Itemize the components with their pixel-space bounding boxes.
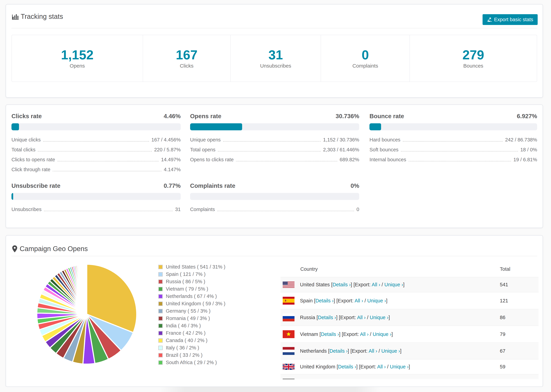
legend-swatch bbox=[158, 280, 163, 284]
rate-title: Complaints rate bbox=[190, 182, 235, 189]
details-link[interactable]: Details › bbox=[318, 315, 336, 320]
details-link[interactable]: Details › bbox=[321, 331, 339, 337]
details-link[interactable]: Details › bbox=[338, 364, 356, 369]
rate-row-value: 689.82% bbox=[340, 157, 359, 162]
export-all-link[interactable]: All › bbox=[377, 364, 386, 369]
export-unique-link[interactable]: Unique › bbox=[384, 282, 403, 287]
export-basic-stats-button[interactable]: Export basic stats bbox=[483, 14, 538, 25]
rate-row: Internal bounces19 / 6.81% bbox=[369, 155, 537, 165]
table-row-gb: United Kingdom [Details ›] [Export: All … bbox=[281, 359, 538, 374]
legend-label: United Kingdom ( 59 / 3% ) bbox=[166, 301, 225, 307]
legend-item: Germany ( 55 / 3% ) bbox=[158, 307, 225, 315]
summary-stats-row: 1,152Opens167Clicks31Unsubscribes0Compla… bbox=[11, 35, 537, 82]
legend-item: Vietnam ( 79 / 5% ) bbox=[158, 285, 225, 293]
legend-item: Romania ( 49 / 3% ) bbox=[158, 315, 225, 322]
bottom-fade-overlay bbox=[6, 378, 543, 386]
rate-value: 4.46% bbox=[164, 113, 181, 119]
legend-label: Italy ( 36 / 2% ) bbox=[166, 345, 199, 351]
tracking-stats-title: Tracking stats bbox=[21, 13, 63, 20]
rate-row-value: 4.147% bbox=[164, 167, 181, 172]
legend-label: Romania ( 49 / 3% ) bbox=[166, 315, 210, 321]
details-link[interactable]: Details › bbox=[332, 282, 351, 287]
legend-swatch bbox=[158, 301, 163, 306]
export-all-link[interactable]: All › bbox=[372, 282, 380, 287]
country-links: United Kingdom [Details ›] [Export: All … bbox=[300, 364, 410, 370]
export-icon bbox=[487, 17, 493, 22]
rate-row-label: Unsubscribes bbox=[11, 207, 42, 212]
export-all-link[interactable]: All › bbox=[360, 331, 369, 337]
export-unique-link[interactable]: Unique › bbox=[390, 364, 409, 369]
export-unique-link[interactable]: Unique › bbox=[381, 348, 400, 354]
rate-progress-fill bbox=[11, 123, 19, 130]
geo-table: Country Total United States [Details ›] … bbox=[281, 265, 538, 387]
export-all-link[interactable]: All › bbox=[357, 315, 366, 320]
horizontal-scrollbar-thumb[interactable] bbox=[0, 387, 551, 392]
geo-pie-chart bbox=[36, 264, 137, 365]
table-row-es: Spain [Details ›] [Export: All › / Uniqu… bbox=[281, 292, 538, 309]
rate-row-label: Opens to clicks rate bbox=[190, 157, 234, 162]
legend-label: France ( 42 / 2% ) bbox=[166, 330, 205, 336]
export-all-link[interactable]: All › bbox=[354, 298, 363, 303]
rate-value: 6.927% bbox=[517, 113, 537, 119]
legend-swatch bbox=[158, 309, 163, 313]
rate-section-complaints-rate: Complaints rate0%Complaints0 bbox=[190, 175, 359, 214]
rate-progress-track bbox=[369, 123, 537, 130]
dotted-leader bbox=[57, 161, 159, 161]
stat-box-bounces: 279Bounces bbox=[410, 35, 537, 82]
details-link[interactable]: Details › bbox=[330, 348, 348, 354]
country-name: Vietnam bbox=[300, 331, 318, 337]
dotted-leader bbox=[401, 151, 518, 152]
rates-card: Clicks rate4.46%Unique clicks167 / 4.456… bbox=[6, 105, 543, 228]
rate-section-bounce-rate: Bounce rate6.927%Hard bounces242 / 86.73… bbox=[369, 105, 537, 175]
dotted-leader bbox=[409, 161, 511, 161]
gb-flag-icon bbox=[283, 364, 295, 370]
nl-flag-icon bbox=[283, 347, 295, 355]
rate-row: Total clicks220 / 5.87% bbox=[11, 145, 181, 155]
geo-header: Campaign Geo Opens bbox=[6, 236, 543, 256]
rate-section-clicks-rate: Clicks rate4.46%Unique clicks167 / 4.456… bbox=[11, 105, 181, 175]
legend-swatch bbox=[158, 331, 163, 335]
legend-label: United States ( 541 / 31% ) bbox=[166, 264, 225, 270]
geo-title: Campaign Geo Opens bbox=[20, 245, 88, 253]
rate-row: Unsubscribes31 bbox=[11, 204, 181, 214]
rate-row-value: 1,152 / 30.736% bbox=[323, 137, 359, 143]
rate-row: Click through rate4.147% bbox=[11, 165, 181, 175]
dotted-leader bbox=[38, 151, 152, 152]
export-unique-link[interactable]: Unique › bbox=[370, 315, 389, 320]
es-flag-icon bbox=[283, 297, 295, 305]
legend-label: India ( 46 / 3% ) bbox=[166, 323, 201, 329]
rate-row-label: Soft bounces bbox=[369, 147, 398, 153]
total-value: 86 bbox=[500, 315, 538, 320]
column-header-total: Total bbox=[500, 266, 538, 272]
details-link[interactable]: Details › bbox=[315, 298, 333, 303]
rate-row-label: Click through rate bbox=[11, 167, 50, 172]
country-name: Spain bbox=[300, 298, 313, 303]
table-row-nl: Netherlands [Details ›] [Export: All › /… bbox=[281, 343, 538, 359]
legend-item: Russia ( 86 / 5% ) bbox=[158, 278, 225, 285]
export-unique-link[interactable]: Unique › bbox=[373, 331, 391, 337]
rate-row: Total opens2,303 / 61.446% bbox=[190, 145, 359, 155]
export-unique-link[interactable]: Unique › bbox=[367, 298, 386, 303]
legend-swatch bbox=[158, 324, 163, 328]
legend-swatch bbox=[158, 272, 163, 277]
dotted-leader bbox=[223, 141, 321, 142]
rate-progress-track bbox=[11, 193, 181, 200]
legend-label: Brazil ( 33 / 2% ) bbox=[166, 352, 202, 358]
country-name: Netherlands bbox=[300, 348, 327, 354]
rate-row: Unique opens1,152 / 30.736% bbox=[190, 135, 359, 145]
rate-row: Complaints0 bbox=[190, 204, 359, 214]
rate-section-opens-rate: Opens rate30.736%Unique opens1,152 / 30.… bbox=[190, 105, 359, 175]
rate-row-label: Complaints bbox=[190, 207, 215, 212]
rate-row-label: Unique opens bbox=[190, 137, 221, 143]
geo-table-header: Country Total bbox=[281, 265, 538, 277]
rate-row-value: 18 / 0% bbox=[520, 147, 537, 153]
rate-title: Unsubscribe rate bbox=[11, 182, 60, 189]
legend-label: Spain ( 121 / 7% ) bbox=[166, 271, 205, 277]
export-all-link[interactable]: All › bbox=[369, 348, 377, 354]
stat-box-clicks: 167Clicks bbox=[143, 35, 230, 82]
rate-row: Hard bounces242 / 86.738% bbox=[369, 135, 537, 145]
rate-title: Opens rate bbox=[190, 113, 221, 119]
legend-swatch bbox=[158, 265, 163, 269]
ru-flag-icon bbox=[283, 314, 295, 321]
legend-label: Germany ( 55 / 3% ) bbox=[166, 308, 211, 314]
